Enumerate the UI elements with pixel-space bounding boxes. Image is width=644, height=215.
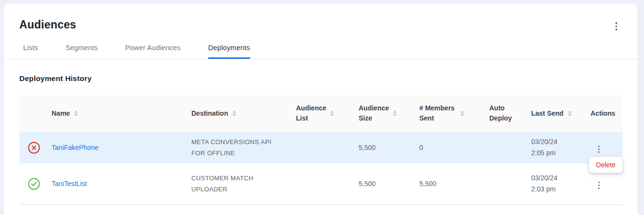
destination-cell: META CONVERSIONS API FOR OFFLINE [186, 132, 290, 163]
audience-size-cell: 5,500 [353, 132, 414, 163]
tab-bar: Lists Segments Power Audiences Deploymen… [19, 44, 618, 59]
card-header: Audiences Lists Segments Power Audiences… [4, 4, 637, 59]
actions-context-menu: Delete [589, 157, 623, 173]
deployment-name-link[interactable]: TaniFakePhone [52, 144, 98, 151]
status-cell [19, 163, 46, 204]
audience-list-cell [290, 163, 353, 204]
tab-lists[interactable]: Lists [23, 44, 38, 59]
sort-icon[interactable] [460, 110, 464, 116]
success-status-icon [27, 177, 40, 190]
tabs-divider [4, 59, 637, 59]
members-sent-cell: 5,500 [414, 163, 483, 204]
error-status-icon [27, 141, 40, 154]
name-cell: TaniTestList [46, 163, 186, 204]
column-header-audience-size: Audience Size [353, 95, 414, 132]
column-header-members-sent: # Members Sent [414, 95, 483, 132]
column-header-auto-deploy: Auto Deploy [483, 95, 525, 132]
tab-segments[interactable]: Segments [66, 44, 98, 59]
status-cell [19, 132, 46, 163]
column-header-audience-list: Audience List [290, 95, 353, 132]
row-actions-kebab-icon[interactable] [596, 144, 602, 155]
column-header-destination: Destination [186, 95, 290, 132]
page: Audiences Lists Segments Power Audiences… [0, 0, 644, 215]
actions-cell: Delete [585, 132, 623, 163]
table-row-tanifakephone[interactable]: TaniFakePhone META CONVERSIONS API FOR O… [19, 132, 623, 163]
destination-cell: CUSTOMER MATCH UPLOADER [186, 163, 290, 204]
auto-deploy-cell [483, 163, 525, 204]
column-header-status [19, 95, 46, 132]
page-kebab-menu-icon[interactable] [614, 20, 619, 32]
audience-size-cell: 5,500 [353, 163, 414, 204]
sort-icon[interactable] [568, 110, 572, 116]
tab-deployments[interactable]: Deployments [208, 44, 250, 59]
sort-icon[interactable] [330, 110, 334, 116]
last-send-cell: 03/20/24 2:05 pm [525, 132, 585, 163]
delete-menu-item[interactable]: Delete [596, 161, 616, 169]
section-heading: Deployment History [19, 74, 623, 83]
audience-list-cell [290, 132, 353, 163]
auto-deploy-cell [483, 132, 525, 163]
column-header-actions: Actions [585, 95, 623, 132]
card-body: Deployment History Name Destination [4, 74, 637, 205]
row-actions-kebab-icon[interactable] [596, 180, 602, 191]
column-header-name: Name [46, 95, 186, 132]
name-cell: TaniFakePhone [46, 132, 186, 163]
audiences-card: Audiences Lists Segments Power Audiences… [4, 4, 637, 215]
last-send-cell: 03/20/24 2:03 pm [525, 163, 585, 204]
deployment-name-link[interactable]: TaniTestList [52, 180, 87, 188]
members-sent-cell: 0 [414, 132, 483, 163]
sort-icon[interactable] [393, 110, 397, 116]
table-row-tanitestlist[interactable]: TaniTestList CUSTOMER MATCH UPLOADER 5,5… [19, 163, 623, 204]
sort-icon[interactable] [74, 110, 78, 116]
page-title: Audiences [19, 18, 618, 31]
deployment-history-table: Name Destination Audience List Audi [19, 95, 623, 205]
table-header-row: Name Destination Audience List Audi [19, 95, 623, 132]
tab-power-audiences[interactable]: Power Audiences [125, 44, 181, 59]
column-header-last-send: Last Send [525, 95, 585, 132]
sort-icon[interactable] [232, 110, 236, 116]
